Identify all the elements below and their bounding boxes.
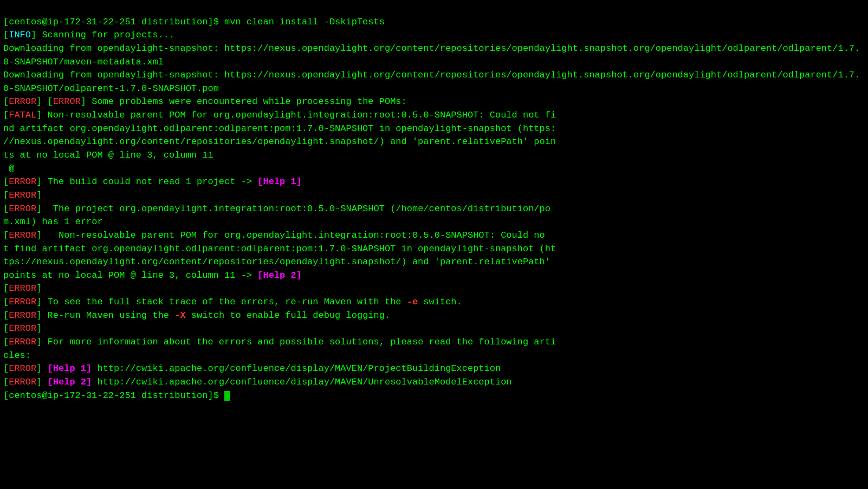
terminal-text: ERROR	[9, 323, 36, 334]
terminal-text: ]	[36, 283, 42, 294]
terminal-text: http://cwiki.apache.org/confluence/displ…	[92, 363, 501, 374]
terminal-line: [ERROR] The build could not read 1 proje…	[3, 175, 865, 189]
terminal-text: ] The build could not read 1 project ->	[36, 177, 257, 187]
terminal-text: [	[3, 110, 9, 120]
terminal-line: [ERROR]	[3, 282, 865, 296]
terminal-line: [ERROR] [Help 2] http://cwiki.apache.org…	[3, 376, 865, 389]
terminal-text: [	[3, 190, 9, 200]
terminal-text: @	[3, 164, 14, 174]
terminal-text: -X	[174, 310, 185, 321]
terminal-text: ERROR	[9, 230, 36, 240]
terminal-line: [FATAL] Non-resolvable parent POM for or…	[3, 109, 865, 122]
terminal-line: tps://nexus.opendaylight.org/content/rep…	[3, 256, 865, 269]
terminal-text: ERROR	[9, 204, 36, 214]
terminal-text: ] To see the full stack trace of the err…	[36, 297, 407, 307]
terminal-text: cles:	[3, 350, 31, 361]
terminal-text: //nexus.opendaylight.org/content/reposit…	[3, 136, 556, 147]
terminal-text: ]	[36, 190, 42, 200]
terminal-line: cles:	[3, 349, 865, 363]
terminal-text: [	[3, 363, 9, 374]
terminal-text: ERROR	[9, 283, 36, 294]
terminal-text: [	[3, 230, 9, 240]
terminal-text: m.xml) has 1 error	[3, 217, 103, 227]
terminal-cursor	[224, 391, 230, 401]
terminal-text: ] The project org.opendaylight.integrati…	[36, 204, 550, 214]
terminal-text: [	[3, 297, 9, 307]
terminal-text: ERROR	[9, 177, 36, 187]
terminal-line: [INFO] Scanning for projects...	[3, 29, 865, 42]
terminal-line: [ERROR] [ERROR] Some problems were encou…	[3, 95, 865, 109]
terminal-text: Downloading from opendaylight-snapshot: …	[3, 43, 860, 67]
terminal-line: [centos@ip-172-31-22-251 distribution]$	[3, 389, 865, 403]
terminal-line: m.xml) has 1 error	[3, 216, 865, 229]
terminal-line: @	[3, 162, 865, 176]
terminal-line: [ERROR] To see the full stack trace of t…	[3, 296, 865, 309]
terminal-line: points at no local POM @ line 3, column …	[3, 269, 865, 283]
terminal-line: Downloading from opendaylight-snapshot: …	[3, 42, 865, 69]
terminal-line: [ERROR] Non-resolvable parent POM for or…	[3, 229, 865, 243]
terminal-text: ERROR	[9, 190, 36, 200]
terminal-text: INFO	[9, 30, 31, 40]
terminal-text: http://cwiki.apache.org/confluence/displ…	[92, 377, 511, 387]
terminal-text: [	[3, 204, 9, 214]
terminal-text: [centos@ip-172-31-22-251 distribution]$	[3, 390, 224, 401]
terminal-line: t find artifact org.opendaylight.odlpare…	[3, 243, 865, 256]
terminal-text: ERROR	[9, 310, 36, 321]
terminal-line: ts at no local POM @ line 3, column 11	[3, 149, 865, 162]
terminal-text: ERROR	[9, 337, 36, 347]
terminal-text: switch.	[418, 297, 462, 307]
terminal-text: [Help 1]	[48, 363, 92, 374]
terminal-text: ] Non-resolvable parent POM for org.open…	[36, 110, 556, 120]
terminal-line: [ERROR] [Help 1] http://cwiki.apache.org…	[3, 362, 865, 376]
terminal-text: ERROR	[53, 96, 81, 107]
terminal-line: [centos@ip-172-31-22-251 distribution]$ …	[3, 16, 865, 29]
terminal-line: [ERROR]	[3, 189, 865, 203]
terminal-text: ] Scanning for projects...	[31, 30, 174, 40]
terminal-line: nd artifact org.opendaylight.odlparent:o…	[3, 122, 865, 136]
terminal-line: [ERROR] For more information about the e…	[3, 336, 865, 349]
terminal-text: points at no local POM @ line 3, column …	[3, 270, 257, 281]
terminal-text: [	[3, 377, 9, 387]
terminal-text: t find artifact org.opendaylight.odlpare…	[3, 244, 556, 254]
terminal-text: ]	[36, 363, 47, 374]
terminal-text: ERROR	[9, 377, 36, 387]
terminal-text: [	[3, 30, 9, 40]
terminal-text: [	[3, 96, 9, 107]
terminal-text: ] Some problems were encountered while p…	[81, 96, 407, 107]
terminal-text: ]	[36, 377, 47, 387]
terminal-text: [	[3, 323, 9, 334]
terminal-text: ] [	[36, 96, 53, 107]
terminal-text: [centos@ip-172-31-22-251 distribution]$ …	[3, 17, 385, 27]
terminal-text: tps://nexus.opendaylight.org/content/rep…	[3, 257, 550, 267]
terminal-text: [	[3, 177, 9, 187]
terminal-text: ] Re-run Maven using the	[36, 310, 174, 321]
terminal-text: [Help 2]	[257, 270, 302, 281]
terminal-text: ] For more information about the errors …	[36, 337, 556, 347]
terminal-text: [	[3, 337, 9, 347]
terminal-line: [ERROR]	[3, 322, 865, 336]
terminal-text: ERROR	[9, 96, 36, 107]
terminal-text: ]	[36, 323, 42, 334]
terminal-text: switch to enable full debug logging.	[186, 310, 390, 321]
terminal-text: -e	[407, 297, 418, 307]
terminal-line: //nexus.opendaylight.org/content/reposit…	[3, 135, 865, 149]
terminal-text: FATAL	[9, 110, 36, 120]
terminal-line: [ERROR] The project org.opendaylight.int…	[3, 203, 865, 216]
terminal-output: [centos@ip-172-31-22-251 distribution]$ …	[3, 2, 865, 402]
terminal-text: ERROR	[9, 363, 36, 374]
terminal-text: nd artifact org.opendaylight.odlparent:o…	[3, 123, 556, 134]
terminal-text: ] Non-resolvable parent POM for org.open…	[36, 230, 545, 240]
terminal-text: Downloading from opendaylight-snapshot: …	[3, 70, 860, 94]
terminal-text: ERROR	[9, 297, 36, 307]
terminal-line: [ERROR] Re-run Maven using the -X switch…	[3, 309, 865, 323]
terminal-text: [	[3, 310, 9, 321]
terminal-text: [Help 2]	[48, 377, 92, 387]
terminal-text: [Help 1]	[257, 177, 302, 187]
terminal-text: ts at no local POM @ line 3, column 11	[3, 150, 213, 160]
terminal-line: Downloading from opendaylight-snapshot: …	[3, 69, 865, 95]
terminal-text: [	[3, 283, 9, 294]
